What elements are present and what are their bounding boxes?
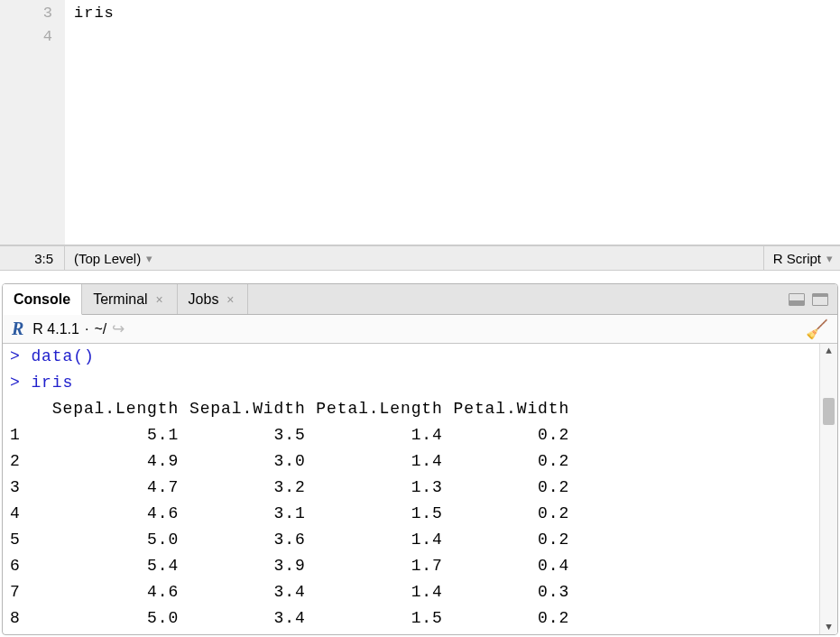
code-editor[interactable]: 3 4 iris (0, 0, 840, 245)
line-number: 3 (0, 2, 52, 25)
working-directory[interactable]: ~/ (94, 321, 106, 337)
console-output[interactable]: > data() > iris Sepal.Length Sepal.Width… (3, 344, 819, 634)
line-gutter: 3 4 (0, 0, 65, 245)
updown-icon: ▾ (826, 252, 833, 265)
console-line: > data() (10, 347, 95, 365)
console-panel: Console Terminal × Jobs × R R 4.1.1 · ~/… (2, 283, 838, 635)
maximize-pane-icon[interactable] (812, 293, 828, 306)
editor-status-bar: 3:5 (Top Level) ▾ R Script ▾ (0, 245, 840, 271)
r-version: R 4.1.1 (32, 321, 79, 337)
tab-terminal[interactable]: Terminal × (82, 284, 177, 314)
cursor-position: 3:5 (0, 246, 65, 270)
scroll-down-icon[interactable]: ▼ (820, 622, 837, 632)
close-icon[interactable]: × (153, 293, 166, 306)
panel-tabs: Console Terminal × Jobs × (3, 284, 837, 315)
language-selector[interactable]: R Script ▾ (764, 246, 840, 270)
updown-icon: ▾ (146, 252, 152, 265)
r-logo-icon: R (12, 318, 23, 339)
share-icon[interactable]: ↪ (112, 319, 125, 338)
clear-console-icon[interactable]: 🧹 (806, 318, 828, 340)
console-line: > iris (10, 374, 73, 392)
close-icon[interactable]: × (224, 293, 236, 306)
scroll-thumb[interactable] (823, 398, 835, 425)
vertical-scrollbar[interactable]: ▲ ▼ (819, 344, 837, 634)
table-output: Sepal.Length Sepal.Width Petal.Length Pe… (10, 400, 569, 627)
console-header: R R 4.1.1 · ~/ ↪ 🧹 (3, 315, 837, 344)
tab-console[interactable]: Console (3, 284, 82, 315)
line-number: 4 (0, 25, 52, 49)
code-line[interactable]: iris (74, 2, 840, 25)
scroll-up-icon[interactable]: ▲ (820, 346, 837, 356)
code-content[interactable]: iris (65, 0, 840, 245)
tab-jobs[interactable]: Jobs × (178, 284, 249, 314)
minimize-pane-icon[interactable] (789, 293, 805, 306)
scope-selector[interactable]: (Top Level) ▾ (65, 246, 764, 270)
